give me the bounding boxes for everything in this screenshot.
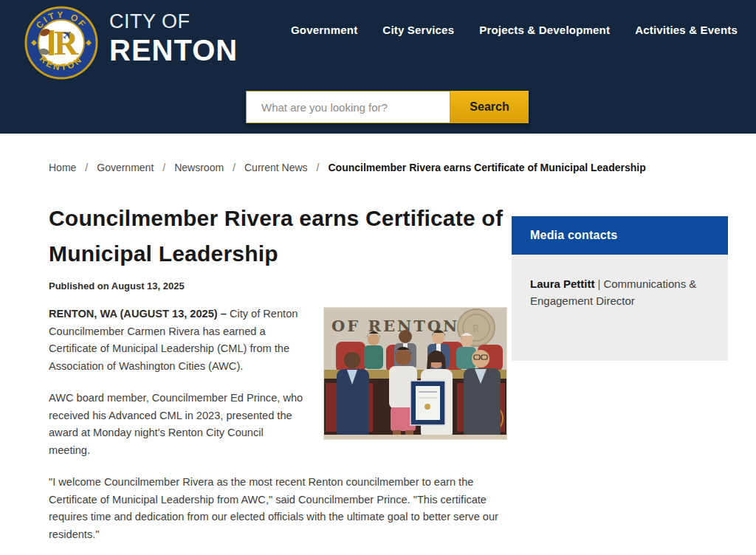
contact-name: Laura Pettitt: [530, 278, 595, 290]
breadcrumb: Home / Government / Newsroom / Current N…: [49, 162, 646, 173]
council-chambers-photo: OF RENTON R: [324, 308, 506, 439]
breadcrumb-current-page: Councilmember Rivera earns Certificate o…: [328, 162, 645, 173]
city-of-renton-seal-logo[interactable]: CITY OF RENTON R ✈: [24, 6, 98, 80]
media-contacts-title: Media contacts: [530, 229, 617, 242]
breadcrumb-separator: /: [233, 162, 236, 173]
search-button[interactable]: Search: [450, 91, 529, 123]
wall-seal-r: R: [472, 323, 480, 334]
nav-activities-events[interactable]: Activities & Events: [635, 24, 738, 36]
breadcrumb-separator: /: [162, 162, 165, 173]
brand-renton: RENTON: [109, 35, 238, 65]
brand-lockup[interactable]: CITY OF RENTON: [109, 12, 238, 65]
page: CITY OF RENTON R ✈ CITY OF RENTON Govern…: [0, 0, 756, 555]
breadcrumb-newsroom[interactable]: Newsroom: [174, 162, 224, 173]
breadcrumb-home[interactable]: Home: [49, 162, 76, 173]
media-contacts-header: Media contacts: [512, 216, 728, 255]
nav-projects-development[interactable]: Projects & Development: [479, 24, 610, 36]
article-body: OF RENTON R: [49, 306, 507, 555]
breadcrumb-separator: /: [317, 162, 320, 173]
search-input[interactable]: [246, 91, 450, 123]
media-contacts-body: Laura Pettitt|Communications & Engagemen…: [512, 255, 728, 361]
main-nav: Government City Services Projects & Deve…: [291, 24, 738, 36]
page-title: Councilmember Rivera earns Certificate o…: [49, 201, 506, 272]
brand-city-of: CITY OF: [109, 12, 238, 32]
dateline: RENTON, WA (AUGUST 13, 2025) –: [49, 308, 227, 320]
site-search: Search: [246, 91, 529, 123]
media-contacts-card: Media contacts Laura Pettitt|Communicati…: [512, 216, 728, 361]
site-header: CITY OF RENTON R ✈ CITY OF RENTON Govern…: [0, 0, 756, 134]
nav-government[interactable]: Government: [291, 24, 357, 36]
breadcrumb-government[interactable]: Government: [97, 162, 154, 173]
breadcrumb-current-news[interactable]: Current News: [244, 162, 308, 173]
floor-strip: [324, 435, 506, 439]
breadcrumb-separator: /: [85, 162, 88, 173]
contact-separator: |: [595, 278, 604, 290]
article-photo: OF RENTON R: [323, 307, 507, 440]
monogram-bar: [49, 30, 54, 55]
article-paragraph-3: "I welcome Councilmember Rivera as the m…: [49, 474, 506, 543]
published-date: Published on August 13, 2025: [49, 280, 185, 292]
nav-city-services[interactable]: City Services: [382, 24, 454, 36]
